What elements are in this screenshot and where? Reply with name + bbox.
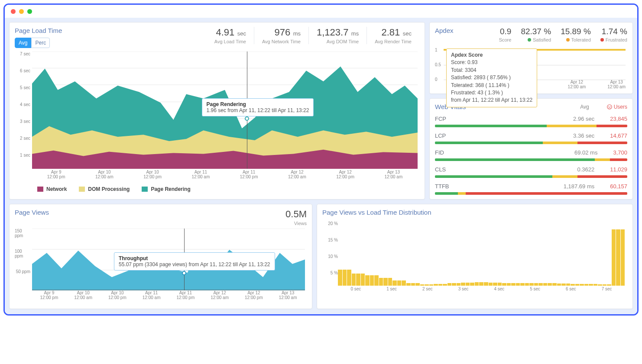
apdex-stat: 82.37 %Satisfied (521, 27, 551, 42)
plt-chart[interactable]: 7 sec6 sec5 sec4 sec3 sec2 sec1 sec (15, 52, 419, 184)
apdex-stat: 0.9Score (499, 27, 512, 42)
apdex-tooltip: Apdex Score Score: 0.93 Total: 3304 Sati… (446, 48, 537, 107)
plt-stats: 4.91 secAvg Load Time976 msAvg Network T… (207, 27, 419, 44)
dist-chart[interactable]: 20 %15 %10 %5 % 0 sec1 sec2 sec3 sec4 se… (322, 219, 627, 294)
apdex-stat: 15.89 %Tolerated (561, 27, 591, 42)
dashboard: Page Load Time Avg Perc 4.91 secAvg Load… (5, 18, 637, 314)
hover-marker-icon (245, 116, 249, 121)
pv-value: 0.5M (285, 209, 307, 220)
apdex-chart[interactable]: 1 0.5 0 Apdex Score Score: 0.93 Total: 3… (435, 46, 627, 89)
toggle-perc-button[interactable]: Perc (31, 38, 50, 48)
minimize-icon[interactable] (19, 9, 24, 14)
titlebar (5, 5, 637, 18)
wv-col-avg: Avg (580, 104, 589, 110)
apdex-stat: 1.74 %Frustrated (600, 27, 627, 42)
apdex-panel: Apdex 0.9Score82.37 %Satisfied15.89 %Tol… (429, 22, 633, 94)
plt-legend: NetworkDOM ProcessingPage Rendering (15, 186, 419, 192)
maximize-icon[interactable] (27, 9, 32, 14)
plt-tooltip: Page Rendering 1.96 sec from Apr 11, 12:… (202, 98, 314, 116)
plt-stat: 1,123.7 msAvg DOM Time (308, 27, 366, 44)
wv-row[interactable]: FCP2.96 sec23,845 (435, 116, 627, 127)
wv-col-users: Users (606, 104, 627, 110)
legend-item[interactable]: DOM Processing (79, 186, 130, 192)
svg-point-10 (610, 106, 610, 106)
page-load-title: Page Load Time (15, 27, 62, 34)
legend-item[interactable]: Page Rendering (142, 186, 190, 192)
wv-row[interactable]: CLS0.362211,029 (435, 166, 627, 178)
legend-item[interactable]: Network (37, 186, 67, 192)
page-views-title: Page Views (15, 209, 49, 216)
plt-stat: 2.81 secAvg Render Time (366, 27, 419, 44)
svg-point-8 (607, 104, 612, 109)
pv-label: Views (285, 221, 307, 226)
pv-chart[interactable]: 150 ppm100 ppm50 ppm Throughput 55.07 pp… (15, 229, 307, 304)
web-vitals-panel: Web Vitals Avg Users FCP2.96 sec23,845LC… (429, 98, 633, 200)
svg-point-9 (609, 106, 609, 106)
close-icon[interactable] (11, 9, 16, 14)
plt-stat: 4.91 secAvg Load Time (207, 27, 254, 44)
wv-row[interactable]: FID69.02 ms3,700 (435, 149, 627, 161)
plt-stat: 976 msAvg Network Time (254, 27, 308, 44)
pv-tooltip: Throughput 55.07 ppm (3304 page views) f… (114, 252, 275, 271)
avg-perc-toggle: Avg Perc (15, 38, 62, 48)
browser-frame: Page Load Time Avg Perc 4.91 secAvg Load… (3, 3, 639, 316)
hover-marker-icon (182, 271, 186, 275)
toggle-avg-button[interactable]: Avg (15, 38, 31, 48)
sad-face-icon (606, 104, 613, 110)
wv-row[interactable]: LCP3.36 sec14,677 (435, 132, 627, 144)
wv-row[interactable]: TTFB1,187.69 ms60,157 (435, 183, 627, 195)
apdex-title: Apdex (435, 27, 454, 34)
distribution-panel: Page Views vs Load Time Distribution 20 … (317, 204, 633, 309)
distribution-title: Page Views vs Load Time Distribution (322, 209, 627, 216)
page-load-time-panel: Page Load Time Avg Perc 4.91 secAvg Load… (9, 22, 425, 200)
page-views-panel: Page Views 0.5M Views 150 ppm100 ppm50 p… (9, 204, 312, 309)
